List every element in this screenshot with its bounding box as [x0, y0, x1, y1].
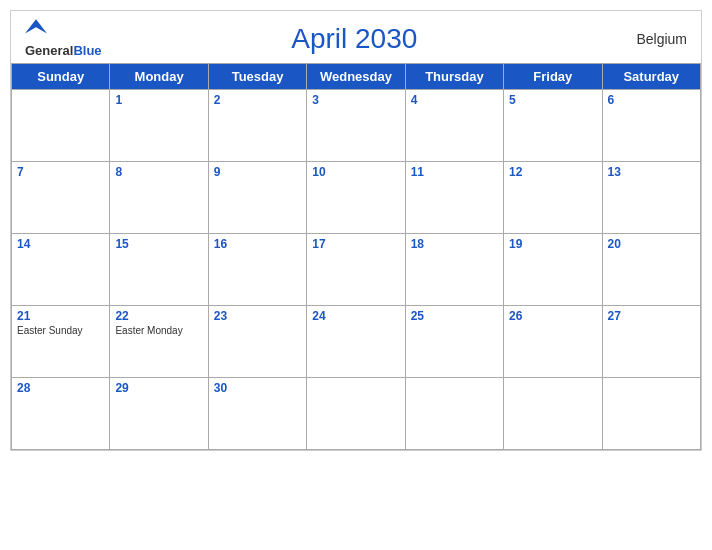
holiday-label: Easter Sunday	[17, 325, 104, 336]
table-row: 16	[208, 234, 306, 306]
table-row: 15	[110, 234, 208, 306]
day-number: 16	[214, 237, 301, 251]
logo-bird-icon	[25, 19, 47, 37]
table-row: 9	[208, 162, 306, 234]
table-row: 26	[504, 306, 602, 378]
day-number: 27	[608, 309, 695, 323]
day-number: 20	[608, 237, 695, 251]
table-row: 3	[307, 90, 405, 162]
day-number: 3	[312, 93, 399, 107]
table-row: 24	[307, 306, 405, 378]
table-row: 12	[504, 162, 602, 234]
day-number: 15	[115, 237, 202, 251]
day-number: 29	[115, 381, 202, 395]
calendar-header-row: Sunday Monday Tuesday Wednesday Thursday…	[12, 64, 701, 90]
table-row: 20	[602, 234, 700, 306]
table-row: 2	[208, 90, 306, 162]
table-row: 22Easter Monday	[110, 306, 208, 378]
table-row: 7	[12, 162, 110, 234]
day-number: 19	[509, 237, 596, 251]
table-row: 4	[405, 90, 503, 162]
table-row: 30	[208, 378, 306, 450]
calendar-title: April 2030	[102, 23, 607, 55]
table-row: 25	[405, 306, 503, 378]
day-number: 25	[411, 309, 498, 323]
table-row	[307, 378, 405, 450]
col-tuesday: Tuesday	[208, 64, 306, 90]
day-number: 18	[411, 237, 498, 251]
table-row	[602, 378, 700, 450]
logo-general-label: General	[25, 43, 73, 58]
day-number: 10	[312, 165, 399, 179]
col-monday: Monday	[110, 64, 208, 90]
day-number: 22	[115, 309, 202, 323]
table-row: 11	[405, 162, 503, 234]
col-saturday: Saturday	[602, 64, 700, 90]
table-row: 8	[110, 162, 208, 234]
table-row: 23	[208, 306, 306, 378]
day-number: 14	[17, 237, 104, 251]
day-number: 6	[608, 93, 695, 107]
calendar-page: GeneralBlue April 2030 Belgium Sunday Mo…	[10, 10, 702, 451]
day-number: 30	[214, 381, 301, 395]
calendar-header: GeneralBlue April 2030 Belgium	[11, 11, 701, 63]
day-number: 5	[509, 93, 596, 107]
table-row: 5	[504, 90, 602, 162]
day-number: 7	[17, 165, 104, 179]
col-friday: Friday	[504, 64, 602, 90]
logo: GeneralBlue	[25, 19, 102, 59]
day-number: 28	[17, 381, 104, 395]
table-row: 1	[110, 90, 208, 162]
table-row: 27	[602, 306, 700, 378]
table-row	[405, 378, 503, 450]
day-number: 21	[17, 309, 104, 323]
day-number: 17	[312, 237, 399, 251]
table-row: 14	[12, 234, 110, 306]
table-row: 17	[307, 234, 405, 306]
table-row: 10	[307, 162, 405, 234]
col-thursday: Thursday	[405, 64, 503, 90]
table-row: 19	[504, 234, 602, 306]
table-row: 18	[405, 234, 503, 306]
day-number: 1	[115, 93, 202, 107]
table-row	[504, 378, 602, 450]
day-number: 26	[509, 309, 596, 323]
day-number: 11	[411, 165, 498, 179]
table-row: 13	[602, 162, 700, 234]
day-number: 9	[214, 165, 301, 179]
calendar-body: 123456789101112131415161718192021Easter …	[12, 90, 701, 450]
svg-marker-0	[25, 19, 47, 33]
table-row: 28	[12, 378, 110, 450]
table-row	[12, 90, 110, 162]
day-number: 13	[608, 165, 695, 179]
day-number: 23	[214, 309, 301, 323]
day-number: 4	[411, 93, 498, 107]
country-label: Belgium	[607, 31, 687, 47]
col-wednesday: Wednesday	[307, 64, 405, 90]
logo-blue-label: Blue	[73, 43, 101, 58]
calendar-table: Sunday Monday Tuesday Wednesday Thursday…	[11, 63, 701, 450]
logo-general-text	[25, 19, 47, 41]
table-row: 21Easter Sunday	[12, 306, 110, 378]
day-number: 24	[312, 309, 399, 323]
day-number: 8	[115, 165, 202, 179]
calendar-title-area: April 2030	[102, 23, 607, 55]
table-row: 6	[602, 90, 700, 162]
holiday-label: Easter Monday	[115, 325, 202, 336]
day-number: 2	[214, 93, 301, 107]
col-sunday: Sunday	[12, 64, 110, 90]
table-row: 29	[110, 378, 208, 450]
day-number: 12	[509, 165, 596, 179]
